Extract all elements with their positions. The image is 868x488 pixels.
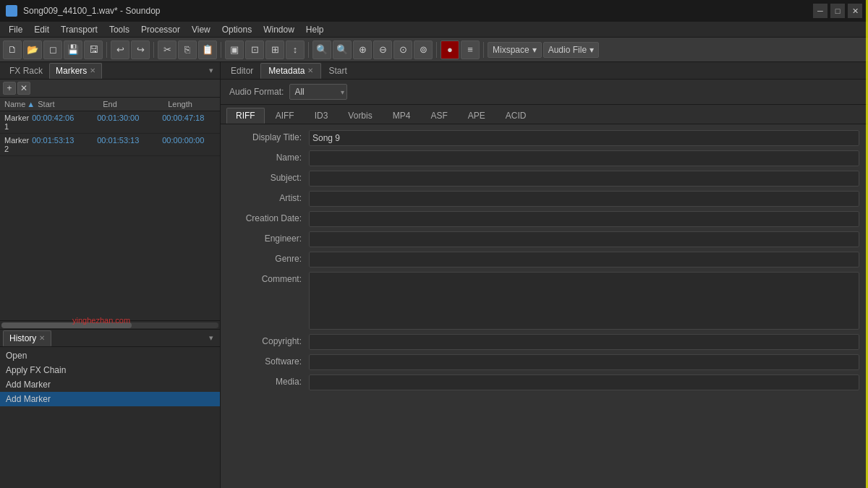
marker-start: 00:01:53:13: [30, 135, 95, 154]
copyright-input[interactable]: [309, 334, 859, 350]
close-button[interactable]: ✕: [848, 4, 862, 18]
toolbar-zoom3[interactable]: ⊕: [353, 40, 372, 59]
media-input[interactable]: [309, 374, 859, 390]
menu-window[interactable]: Window: [258, 22, 300, 37]
table-row[interactable]: Marker 1 00:00:42:06 00:01:30:00 00:00:4…: [0, 111, 220, 134]
toolbar-save-blank[interactable]: ◻: [43, 40, 62, 59]
col-start[interactable]: Start: [36, 99, 101, 109]
panel-chevron-down[interactable]: ▾: [205, 65, 217, 77]
genre-input[interactable]: [309, 252, 859, 267]
tab-start[interactable]: Start: [321, 63, 354, 79]
col-length[interactable]: Length: [166, 99, 220, 109]
h-scrollbar-thumb: [1, 322, 132, 328]
artist-input[interactable]: [309, 191, 859, 207]
metadata-content: Audio Format: All ▾ RIFF AIFF ID3 Vorbis…: [221, 80, 868, 488]
mixspace-dropdown[interactable]: Mixspace ▾: [488, 42, 542, 58]
toolbar-sel1[interactable]: ▣: [225, 40, 244, 59]
toolbar-redo[interactable]: ↪: [131, 40, 150, 59]
form-row-artist: Artist:: [229, 191, 859, 207]
menu-file[interactable]: File: [3, 22, 28, 37]
toolbar-zoom6[interactable]: ⊚: [414, 40, 433, 59]
table-row[interactable]: Marker 2 00:01:53:13 00:01:53:13 00:00:0…: [0, 134, 220, 156]
menu-options[interactable]: Options: [216, 22, 258, 37]
toolbar-copy[interactable]: ⎘: [178, 40, 197, 59]
toolbar-red[interactable]: ●: [441, 40, 459, 59]
tab-id3[interactable]: ID3: [305, 108, 338, 124]
markers-table-body: Marker 1 00:00:42:06 00:01:30:00 00:00:4…: [0, 111, 220, 320]
toolbar-zoom5[interactable]: ⊙: [393, 40, 412, 59]
audio-format-select-wrapper: All ▾: [289, 84, 347, 100]
tab-vorbis[interactable]: Vorbis: [339, 108, 381, 124]
window-title: Song009_44100_1.wav* - Soundop: [23, 6, 161, 16]
toolbar-sep-2: [153, 42, 154, 58]
toolbar-save[interactable]: 💾: [64, 40, 82, 59]
menu-transport[interactable]: Transport: [55, 22, 103, 37]
tab-markers[interactable]: Markers ✕: [49, 63, 102, 79]
tab-riff[interactable]: RIFF: [226, 108, 265, 124]
col-name[interactable]: Name ▲: [3, 99, 36, 109]
tab-aiff[interactable]: AIFF: [266, 108, 304, 124]
tab-fx-rack[interactable]: FX Rack: [3, 63, 49, 79]
toolbar-cut[interactable]: ✂: [158, 40, 176, 59]
markers-table-header: Name ▲ Start End Length: [0, 98, 220, 111]
tab-history[interactable]: History ✕: [3, 330, 51, 346]
toolbar-sel4[interactable]: ↕: [286, 40, 305, 59]
tab-ape[interactable]: APE: [459, 108, 495, 124]
history-panel-chevron[interactable]: ▾: [205, 333, 217, 344]
add-marker-btn[interactable]: +: [3, 82, 16, 95]
metadata-close-icon[interactable]: ✕: [307, 67, 313, 74]
toolbar-sep-4: [308, 42, 309, 58]
menu-view[interactable]: View: [186, 22, 216, 37]
media-label: Media:: [229, 374, 309, 387]
toolbar-sel2[interactable]: ⊡: [245, 40, 264, 59]
creation-date-label: Creation Date:: [229, 211, 309, 223]
engineer-input[interactable]: [309, 231, 859, 247]
maximize-button[interactable]: □: [830, 4, 845, 18]
audio-file-arrow: ▾: [590, 45, 594, 55]
toolbar-new[interactable]: 🗋: [3, 40, 22, 59]
toolbar-zoom-out[interactable]: 🔍: [312, 40, 331, 59]
toolbar-sel3[interactable]: ⊞: [265, 40, 284, 59]
menu-edit[interactable]: Edit: [28, 22, 55, 37]
col-end[interactable]: End: [101, 99, 166, 109]
markers-close-icon[interactable]: ✕: [90, 67, 95, 74]
toolbar-open[interactable]: 📂: [23, 40, 42, 59]
subject-input[interactable]: [309, 171, 859, 187]
audio-file-dropdown[interactable]: Audio File ▾: [543, 42, 599, 58]
toolbar-green[interactable]: ≡: [461, 40, 480, 59]
genre-label: Genre:: [229, 252, 309, 264]
tab-editor[interactable]: Editor: [224, 63, 260, 79]
list-item[interactable]: Apply FX Chain: [0, 363, 220, 377]
software-input[interactable]: [309, 354, 859, 370]
minimize-button[interactable]: ─: [813, 4, 827, 18]
tab-mp4[interactable]: MP4: [383, 108, 420, 124]
list-item[interactable]: Add Marker: [0, 392, 220, 406]
form-row-engineer: Engineer:: [229, 231, 859, 247]
remove-marker-btn[interactable]: ✕: [17, 82, 30, 95]
toolbar-zoom4[interactable]: ⊖: [373, 40, 392, 59]
menu-help[interactable]: Help: [300, 22, 330, 37]
toolbar-zoom-in[interactable]: 🔍: [333, 40, 352, 59]
tab-asf[interactable]: ASF: [421, 108, 456, 124]
window-controls: ─ □ ✕: [813, 4, 862, 18]
comment-textarea[interactable]: [309, 272, 859, 330]
creation-date-input[interactable]: [309, 211, 859, 227]
tab-acid[interactable]: ACID: [496, 108, 536, 124]
form-row-copyright: Copyright:: [229, 334, 859, 350]
list-item[interactable]: Add Marker: [0, 377, 220, 392]
tab-metadata[interactable]: Metadata ✕: [260, 63, 321, 79]
toolbar-undo[interactable]: ↩: [111, 40, 129, 59]
menu-processor[interactable]: Processor: [135, 22, 186, 37]
toolbar-save2[interactable]: 🖫: [84, 40, 103, 59]
name-input[interactable]: [309, 150, 859, 166]
toolbar-paste[interactable]: 📋: [198, 40, 217, 59]
main-area: FX Rack Markers ✕ ▾ + ✕ Name ▲ St: [0, 62, 868, 488]
audio-format-select[interactable]: All: [289, 84, 347, 100]
toolbar-sep-6: [483, 42, 484, 58]
list-item[interactable]: Open: [0, 348, 220, 363]
menu-tools[interactable]: Tools: [103, 22, 135, 37]
markers-scrollbar[interactable]: [0, 320, 220, 329]
h-scrollbar[interactable]: [1, 322, 218, 328]
display-title-input[interactable]: [309, 130, 859, 146]
history-close-icon[interactable]: ✕: [39, 334, 45, 342]
